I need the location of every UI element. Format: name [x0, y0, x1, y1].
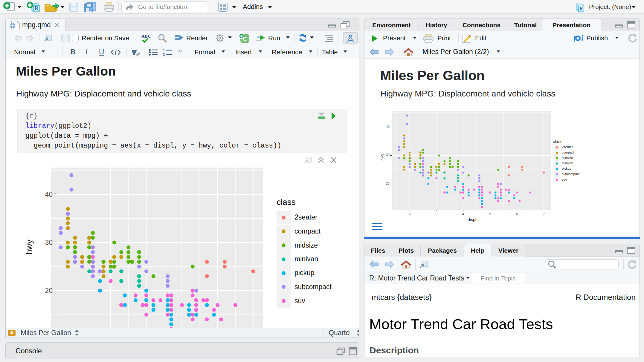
svg-text:R: R	[34, 5, 39, 11]
svg-text:2: 2	[163, 53, 165, 56]
svg-text:hwy: hwy	[25, 240, 34, 254]
svg-text:R: R	[579, 6, 583, 11]
svg-text:ABC: ABC	[141, 34, 151, 39]
svg-text:1: 1	[163, 49, 165, 52]
